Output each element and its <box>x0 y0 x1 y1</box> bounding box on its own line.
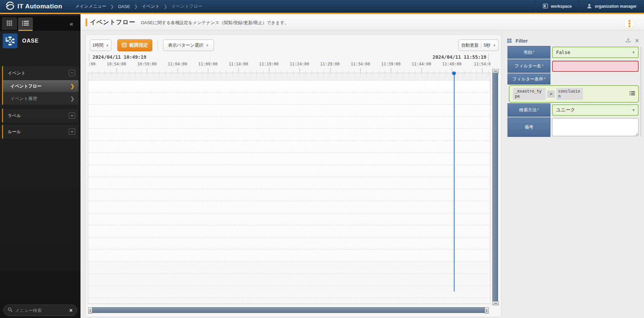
tick-label: 11:29:00 <box>320 62 340 66</box>
top-header: IT Automation メインメニュー ❯ OASE ❯ イベント ❯ イベ… <box>0 0 644 13</box>
enabled-select[interactable]: False ▼ <box>552 47 639 58</box>
breadcrumb-event[interactable]: イベント <box>142 3 160 9</box>
search-method-value: ユニーク <box>556 107 575 113</box>
collapse-minus-icon[interactable]: − <box>69 70 75 76</box>
required-mark: * <box>542 64 543 68</box>
time-span-select[interactable]: 1時間 ▼ <box>90 40 111 51</box>
condition-list-icon[interactable] <box>630 91 635 97</box>
filter-name-input[interactable] <box>552 61 639 72</box>
download-icon[interactable] <box>626 38 631 44</box>
expand-plus-icon[interactable]: + <box>69 112 75 119</box>
ruler-tick <box>470 71 471 73</box>
auto-refresh-control[interactable]: 自動更新 5秒 ▼ <box>459 40 499 51</box>
page-title: イベントフロー <box>90 18 136 26</box>
filter-panel-scrollbar[interactable] <box>640 47 642 137</box>
timeline-row <box>88 213 490 225</box>
condition-key-chip: _exastro_type <box>513 88 546 100</box>
band-tick <box>360 73 361 77</box>
vertical-scrollbar[interactable] <box>492 69 498 305</box>
timeline-ruler-ticks[interactable] <box>88 67 490 73</box>
sidebar-collapse-button[interactable]: « <box>65 19 78 29</box>
ruler-tick <box>300 68 300 73</box>
sidebar-group-event-header[interactable]: イベント − <box>3 66 78 80</box>
close-icon[interactable]: ✕ <box>635 38 639 44</box>
band-tick <box>111 73 111 77</box>
band-tick <box>439 73 440 77</box>
breadcrumb-main-menu[interactable]: メインメニュー <box>75 3 106 9</box>
band-tick <box>433 73 434 77</box>
breadcrumb-oase[interactable]: OASE <box>118 4 130 9</box>
band-tick <box>165 73 166 77</box>
range-specify-button[interactable]: 範囲指定 <box>117 39 152 51</box>
band-tick <box>488 73 488 77</box>
toolbar-separator <box>158 41 158 50</box>
sidebar-tab-menu-grid[interactable] <box>2 17 17 30</box>
sidebar-group-label-header[interactable]: ラベル + <box>3 109 78 122</box>
list-icon <box>22 20 29 27</box>
user-label: organization manager <box>595 4 637 9</box>
timeline-row <box>88 93 490 105</box>
band-tick <box>178 73 178 77</box>
band-tick <box>403 73 403 77</box>
enabled-value: False <box>556 50 570 55</box>
band-tick <box>190 73 190 77</box>
ruler-tick <box>116 68 117 73</box>
tick-label: 11:54:0 <box>474 62 490 66</box>
ruler-tick <box>415 71 416 73</box>
user-menu-button[interactable]: organization manager <box>579 0 644 13</box>
timeline-top-band <box>88 73 490 81</box>
filter-panel-header[interactable]: Filter ✕ <box>507 36 642 46</box>
timeline-row <box>88 262 490 274</box>
scrollbar-right-grip[interactable] <box>485 307 489 314</box>
timeline-row <box>88 117 490 129</box>
tick-label: 11:39:00 <box>381 62 400 66</box>
search-icon <box>8 307 12 313</box>
sidebar-tabstrip: « <box>0 16 80 31</box>
scrollbar-bottom-grip[interactable] <box>492 301 499 305</box>
band-tick <box>281 73 281 77</box>
note-textarea[interactable] <box>552 118 639 136</box>
tick-label: 11:14:00 <box>229 62 248 66</box>
page-menu-kebab-icon[interactable] <box>625 19 634 28</box>
band-tick <box>135 73 135 77</box>
ruler-tick <box>348 71 348 73</box>
panel-grid-icon <box>507 39 512 43</box>
ruler-tick <box>427 71 428 73</box>
band-tick <box>421 73 422 77</box>
timeline-plot[interactable] <box>88 73 490 304</box>
required-mark: * <box>533 50 535 55</box>
clear-search-icon[interactable]: ✕ <box>69 308 73 313</box>
band-tick <box>336 73 336 77</box>
sidebar-tab-menu-list[interactable] <box>18 17 33 30</box>
sidebar-item-event-history[interactable]: イベント履歴 ❯ <box>3 92 78 105</box>
filter-condition-box[interactable]: _exastro_type ≠ conclusion <box>509 85 639 103</box>
scrollbar-left-grip[interactable] <box>88 307 92 314</box>
tick-label: 11:04:00 <box>168 62 187 66</box>
sidebar-group-rule-header[interactable]: ルール + <box>3 125 78 139</box>
ruler-tick <box>183 71 184 73</box>
workspace-button[interactable]: workspace <box>535 0 579 13</box>
band-tick <box>318 73 318 77</box>
menu-search-input[interactable] <box>15 308 66 313</box>
ruler-tick <box>434 71 434 73</box>
app-logo[interactable]: IT Automation <box>0 1 75 12</box>
expand-plus-icon[interactable]: + <box>69 128 75 135</box>
timeline-row <box>88 250 490 262</box>
band-tick <box>251 73 251 77</box>
ruler-tick <box>177 68 178 73</box>
scrollbar-top-grip[interactable] <box>492 69 499 73</box>
band-tick <box>99 73 99 77</box>
search-method-label-text: 検索方法 <box>519 107 537 113</box>
grid-icon <box>6 20 12 28</box>
sidebar-item-event-flow[interactable]: イベントフロー ❯ <box>3 80 78 92</box>
search-method-select[interactable]: ユニーク ▼ <box>552 104 639 116</box>
band-tick <box>348 73 348 77</box>
tick-label: 11:49:00 <box>442 62 462 66</box>
band-tick <box>324 73 324 77</box>
band-tick <box>306 73 306 77</box>
ruler-tick <box>306 71 306 73</box>
auto-refresh-label: 自動更新 <box>461 42 479 48</box>
horizontal-scrollbar[interactable] <box>88 307 489 313</box>
search-method-field-label: 検索方法* <box>507 103 550 117</box>
display-pattern-select[interactable]: 表示パターン選択 ▼ <box>163 40 214 51</box>
